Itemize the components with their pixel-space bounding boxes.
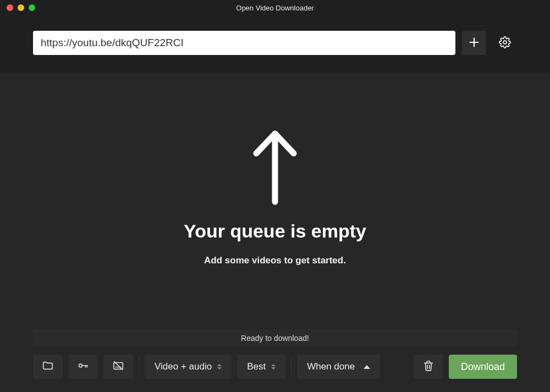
separator: [291, 357, 292, 376]
download-label: Download: [461, 361, 505, 373]
download-button[interactable]: Download: [449, 355, 517, 379]
maximize-window-button[interactable]: [29, 4, 35, 11]
quality-label: Best: [247, 361, 266, 372]
subtitles-off-icon: [112, 360, 124, 374]
status-bar: Ready to download!: [33, 329, 517, 347]
chevron-up-icon: [364, 365, 370, 369]
empty-subtitle: Add some videos to get started.: [204, 255, 346, 266]
subtitles-off-button[interactable]: [103, 355, 133, 379]
separator: [139, 357, 139, 376]
plus-icon: [468, 36, 480, 50]
auth-key-button[interactable]: [68, 355, 98, 379]
when-done-select[interactable]: When done: [297, 355, 380, 379]
sort-icon: [217, 364, 222, 369]
quality-select[interactable]: Best: [237, 355, 285, 379]
window-title: Open Video Downloader: [0, 4, 550, 12]
folder-icon: [42, 360, 54, 374]
minimize-window-button[interactable]: [18, 4, 24, 11]
gear-icon: [499, 36, 511, 50]
sort-icon: [271, 364, 276, 369]
format-select[interactable]: Video + audio: [145, 355, 232, 379]
bottombar: Video + audio Best When done Download: [0, 355, 550, 392]
settings-button[interactable]: [493, 31, 517, 55]
trash-icon: [422, 360, 435, 374]
window-controls: [7, 4, 35, 11]
key-icon: [77, 360, 89, 374]
add-url-button[interactable]: [462, 31, 486, 55]
titlebar: Open Video Downloader: [0, 0, 550, 15]
close-window-button[interactable]: [7, 4, 13, 11]
empty-title: Your queue is empty: [184, 220, 366, 242]
arrow-up-icon: [249, 125, 301, 209]
main-area: Your queue is empty Add some videos to g…: [0, 73, 550, 329]
open-folder-button[interactable]: [33, 355, 63, 379]
url-input[interactable]: [33, 31, 455, 55]
svg-point-2: [503, 41, 507, 44]
clear-queue-button[interactable]: [414, 355, 443, 379]
format-label: Video + audio: [155, 361, 212, 372]
when-done-label: When done: [307, 361, 355, 372]
topbar: [0, 15, 550, 73]
status-text: Ready to download!: [241, 334, 309, 343]
